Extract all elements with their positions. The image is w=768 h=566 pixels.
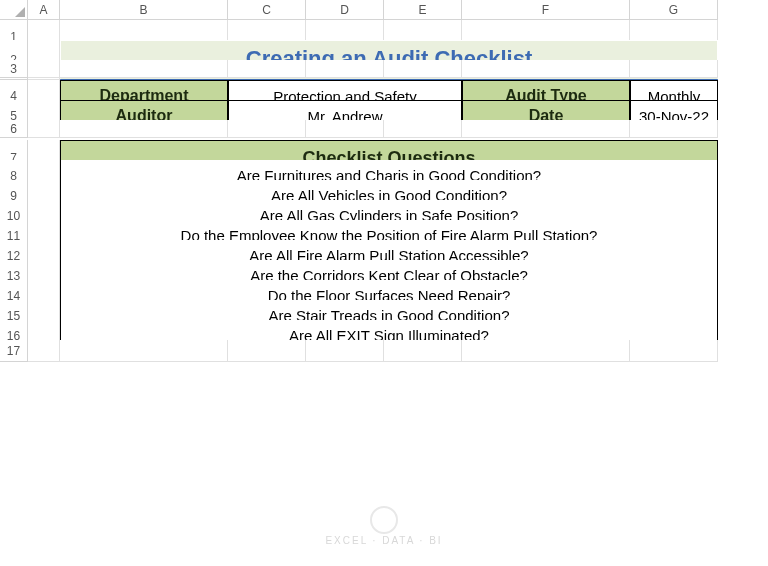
cell[interactable] xyxy=(384,120,462,138)
cell[interactable] xyxy=(28,340,60,362)
cell[interactable] xyxy=(462,120,630,138)
cell[interactable] xyxy=(306,60,384,78)
cell[interactable] xyxy=(384,60,462,78)
cell[interactable] xyxy=(630,120,718,138)
watermark-icon xyxy=(370,506,398,534)
cell[interactable] xyxy=(60,340,228,362)
cell[interactable] xyxy=(630,60,718,78)
cell[interactable] xyxy=(28,120,60,138)
cell[interactable] xyxy=(462,340,630,362)
cell[interactable] xyxy=(462,60,630,78)
col-header-D[interactable]: D xyxy=(306,0,384,20)
cell[interactable] xyxy=(306,340,384,362)
cell[interactable] xyxy=(60,60,228,78)
cell[interactable] xyxy=(384,340,462,362)
col-header-G[interactable]: G xyxy=(630,0,718,20)
select-all-corner[interactable] xyxy=(0,0,28,20)
col-header-A[interactable]: A xyxy=(28,0,60,20)
col-header-E[interactable]: E xyxy=(384,0,462,20)
cell[interactable] xyxy=(60,120,228,138)
col-header-B[interactable]: B xyxy=(60,0,228,20)
cell[interactable] xyxy=(228,120,306,138)
watermark-text: EXCEL · DATA · BI xyxy=(325,535,442,546)
col-header-C[interactable]: C xyxy=(228,0,306,20)
cell[interactable] xyxy=(28,60,60,78)
col-header-F[interactable]: F xyxy=(462,0,630,20)
cell[interactable] xyxy=(228,60,306,78)
row-header-17[interactable]: 17 xyxy=(0,340,28,362)
row-header-3[interactable]: 3 xyxy=(0,60,28,78)
cell[interactable] xyxy=(630,340,718,362)
cell[interactable] xyxy=(306,120,384,138)
spreadsheet-grid[interactable]: A B C D E F G 1 2 Creating an Audit Chec… xyxy=(0,0,768,360)
row-header-6[interactable]: 6 xyxy=(0,120,28,138)
cell[interactable] xyxy=(228,340,306,362)
